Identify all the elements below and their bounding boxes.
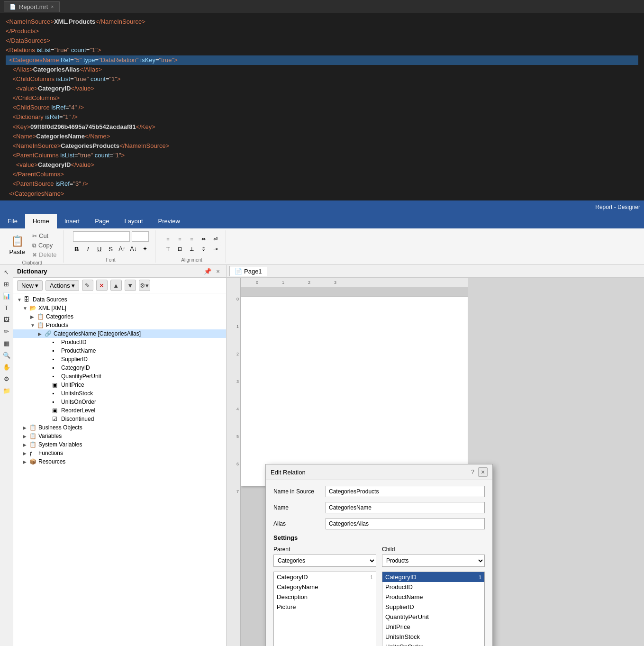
name-input[interactable] (326, 502, 485, 513)
parent-columns-list[interactable]: CategoryID 1 CategoryName Description (273, 572, 376, 646)
child-col-unit-price[interactable]: UnitPrice (382, 622, 484, 632)
code-editor[interactable]: <NameInSource>XML.Products</NameInSource… (0, 13, 644, 200)
bold-button[interactable]: B (72, 244, 82, 254)
tree-item-product-id[interactable]: ▪ ProductID (13, 338, 226, 346)
child-col-product-id[interactable]: ProductID (382, 582, 484, 592)
strikethrough-button[interactable]: S (106, 244, 116, 254)
parent-col-picture[interactable]: Picture (274, 602, 376, 612)
tab-preview[interactable]: Preview (151, 214, 188, 228)
italic-button[interactable]: I (83, 244, 93, 254)
tree-item-discontinued[interactable]: ☑ Discontinued (13, 415, 226, 423)
settings-tool[interactable]: ⚙ (1, 373, 12, 384)
delete-button[interactable]: ✖ Delete (30, 250, 59, 259)
child-col-units-on-order[interactable]: UnitsOnOrder (382, 642, 484, 646)
expand-functions[interactable]: ▶ (23, 451, 29, 456)
align-bottom-button[interactable]: ⊥ (187, 245, 197, 253)
align-middle-button[interactable]: ⊟ (175, 245, 185, 253)
alias-input[interactable] (326, 518, 485, 529)
child-col-units-in-stock[interactable]: UnitsInStock (382, 632, 484, 642)
text-tool[interactable]: T (1, 302, 12, 313)
folder-tool[interactable]: 📁 (1, 385, 12, 396)
tree-item-quantity-per-unit[interactable]: ▪ QuantityPerUnit (13, 372, 226, 381)
clear-format-button[interactable]: ✦ (140, 244, 150, 254)
new-button[interactable]: New ▾ (17, 280, 43, 291)
tree-item-categories[interactable]: ▶ 📋 Categories (13, 312, 226, 321)
tree-item-system-variables[interactable]: ▶ 📋 System Variables (13, 440, 226, 449)
delete-tree-button[interactable]: ✕ (96, 280, 108, 291)
parent-col-category-id[interactable]: CategoryID 1 (274, 572, 376, 582)
draw-tool[interactable]: ✏ (1, 326, 12, 337)
tree-item-category-id[interactable]: ▪ CategoryID (13, 364, 226, 372)
report-tab[interactable]: 📄 Report.mrt × (4, 1, 60, 12)
distribute-h-button[interactable]: ⇔ (199, 235, 209, 243)
tree-item-product-name[interactable]: ▪ ProductName (13, 346, 226, 355)
child-select[interactable]: Products (382, 555, 485, 567)
parent-select[interactable]: Categories (273, 555, 376, 567)
move-up-button[interactable]: ▲ (110, 280, 122, 291)
tree-item-unit-price[interactable]: ▣ UnitPrice (13, 381, 226, 389)
indent-button[interactable]: ⇥ (210, 245, 221, 253)
tab-close-icon[interactable]: × (51, 4, 54, 9)
tab-page[interactable]: Page (87, 214, 117, 228)
child-col-product-name[interactable]: ProductName (382, 592, 484, 602)
move-down-button[interactable]: ▼ (125, 280, 136, 291)
child-columns-list[interactable]: CategoryID 1 ProductID ProductName S (382, 572, 485, 646)
expand-system-variables[interactable]: ▶ (23, 442, 29, 447)
align-right-button[interactable]: ≡ (187, 235, 197, 243)
barcode-tool[interactable]: ▦ (1, 338, 12, 348)
close-panel-icon[interactable]: × (214, 267, 222, 275)
expand-products[interactable]: ▼ (30, 323, 37, 328)
align-top-button[interactable]: ⊤ (163, 245, 173, 253)
distribute-v-button[interactable]: ⇕ (199, 245, 209, 253)
cut-button[interactable]: ✂ Cut (30, 231, 59, 240)
tree-item-data-sources[interactable]: ▼ 🗄 Data Sources (13, 295, 226, 304)
pan-tool[interactable]: ✋ (1, 362, 12, 372)
expand-categories[interactable]: ▶ (30, 314, 37, 319)
align-left-button[interactable]: ≡ (163, 235, 173, 243)
expand-data-sources[interactable]: ▼ (17, 297, 24, 302)
select-tool[interactable]: ↖ (1, 267, 12, 277)
child-col-quantity-per-unit[interactable]: QuantityPerUnit (382, 612, 484, 622)
wrap-button[interactable]: ⏎ (210, 235, 221, 243)
tree-item-reorder-level[interactable]: ▣ ReorderLevel (13, 406, 226, 415)
name-in-source-input[interactable] (326, 486, 485, 497)
shrink-font-button[interactable]: A↓ (128, 244, 139, 254)
expand-business-objects[interactable]: ▶ (23, 425, 29, 430)
tab-home[interactable]: Home (25, 214, 57, 228)
font-size-input[interactable] (132, 231, 149, 242)
dialog-close-button[interactable]: × (478, 467, 488, 477)
zoom-tool[interactable]: 🔍 (1, 350, 12, 360)
tree-item-supplier-id[interactable]: ▪ SupplierID (13, 355, 226, 364)
tree-item-products[interactable]: ▼ 📋 Products (13, 321, 226, 329)
chart-tool[interactable]: 📊 (1, 291, 12, 301)
child-col-category-id[interactable]: CategoryID 1 (382, 572, 484, 582)
table-tool[interactable]: ⊞ (1, 279, 12, 289)
tree-item-functions[interactable]: ▶ ƒ Functions (13, 449, 226, 457)
parent-col-category-name[interactable]: CategoryName (274, 582, 376, 592)
tree-item-xml[interactable]: ▼ 📂 XML [XML] (13, 304, 226, 312)
gear-button[interactable]: ⚙▾ (139, 280, 150, 291)
actions-button[interactable]: Actions ▾ (45, 280, 79, 291)
pin-icon[interactable]: 📌 (203, 267, 212, 275)
copy-button[interactable]: ⧉ Copy (30, 241, 59, 250)
tree-item-categories-name[interactable]: ▶ 🔗 CategoriesName [CategoriesAlias] (13, 329, 226, 338)
tab-insert[interactable]: Insert (57, 214, 88, 228)
grow-font-button[interactable]: A↑ (117, 244, 127, 254)
image-tool[interactable]: 🖼 (1, 314, 12, 325)
underline-button[interactable]: U (94, 244, 105, 254)
expand-xml[interactable]: ▼ (23, 306, 29, 311)
parent-col-description[interactable]: Description (274, 592, 376, 602)
tab-layout[interactable]: Layout (117, 214, 151, 228)
align-center-button[interactable]: ≡ (175, 235, 185, 243)
paste-button[interactable]: 📋 Paste (6, 233, 28, 258)
page1-tab[interactable]: 📄 Page1 (229, 266, 267, 276)
dialog-help-button[interactable]: ? (471, 469, 474, 475)
expand-resources[interactable]: ▶ (23, 459, 29, 464)
tree-item-business-objects[interactable]: ▶ 📋 Business Objects (13, 423, 226, 432)
tree-item-units-on-order[interactable]: ▪ UnitsOnOrder (13, 398, 226, 406)
edit-button[interactable]: ✎ (82, 280, 93, 291)
tab-file[interactable]: File (0, 214, 25, 228)
expand-variables[interactable]: ▶ (23, 434, 29, 439)
tree-item-units-in-stock[interactable]: ▪ UnitsInStock (13, 389, 226, 398)
child-col-supplier-id[interactable]: SupplierID (382, 602, 484, 612)
